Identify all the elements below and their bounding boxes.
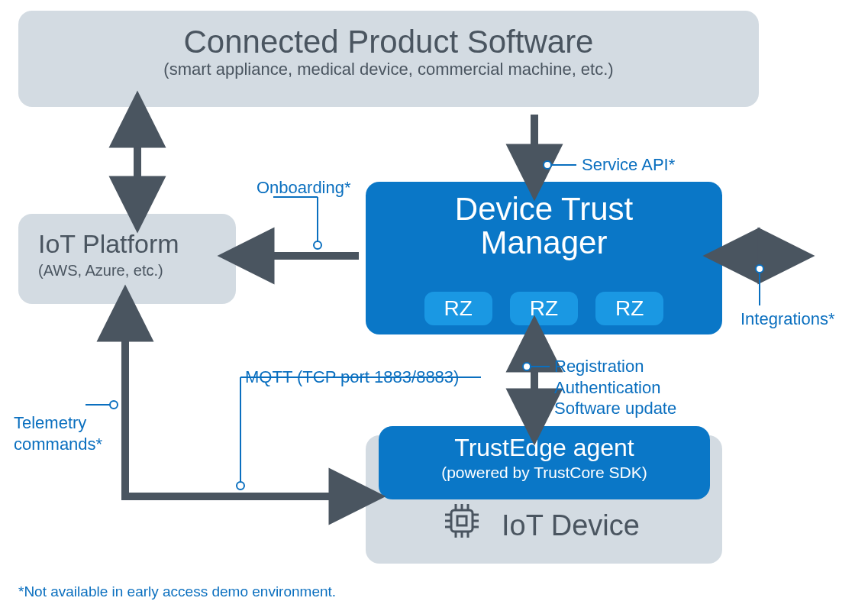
iot-platform-title: IoT Platform: [38, 229, 236, 259]
annot-onboarding: Onboarding*: [257, 177, 351, 199]
dot-integrations: [756, 265, 763, 273]
dtm-rz-row: RZ RZ RZ: [366, 292, 722, 325]
annot-mqtt: MQTT (TCP port 1883/8883): [245, 367, 459, 388]
dot-onboarding: [314, 241, 321, 249]
dot-service-api: [544, 161, 551, 169]
trustedge-subtitle: (powered by TrustCore SDK): [379, 464, 710, 482]
box-connected-product-software: Connected Product Software (smart applia…: [18, 11, 759, 107]
box-trustedge-agent: TrustEdge agent (powered by TrustCore SD…: [379, 426, 710, 499]
annot-integrations: Integrations*: [741, 309, 835, 330]
trustedge-title: TrustEdge agent: [379, 434, 710, 462]
svg-rect-1: [457, 516, 466, 525]
annot-authentication: Authentication: [554, 377, 676, 399]
annot-telemetry: Telemetry commands*: [14, 412, 102, 454]
annot-telemetry-1: Telemetry: [14, 412, 102, 434]
iot-platform-subtitle: (AWS, Azure, etc.): [38, 262, 236, 280]
cps-title: Connected Product Software: [18, 24, 759, 60]
rz-badge: RZ: [424, 292, 492, 325]
rz-badge: RZ: [595, 292, 663, 325]
annot-software-update: Software update: [554, 398, 676, 419]
dtm-title-line1: Device Trust: [366, 192, 722, 226]
arrow-iotplatform-iotdevice: [125, 313, 357, 496]
chip-icon: [442, 501, 482, 544]
svg-rect-0: [451, 510, 473, 532]
rz-badge: RZ: [510, 292, 578, 325]
cps-subtitle: (smart appliance, medical device, commer…: [18, 60, 759, 79]
annot-regauth: Registration Authentication Software upd…: [554, 356, 676, 419]
box-iot-platform: IoT Platform (AWS, Azure, etc.): [18, 214, 236, 304]
dot-regauth: [523, 363, 531, 370]
annot-registration: Registration: [554, 356, 676, 377]
iot-device-label: IoT Device: [502, 509, 640, 542]
annot-telemetry-2: commands*: [14, 434, 102, 455]
footnote: *Not available in early access demo envi…: [18, 583, 336, 600]
dot-telemetry: [110, 401, 118, 409]
annot-service-api: Service API*: [582, 154, 675, 176]
dot-mqtt: [237, 482, 244, 490]
dtm-title-line2: Manager: [366, 226, 722, 260]
box-device-trust-manager: Device Trust Manager RZ RZ RZ: [366, 182, 722, 334]
